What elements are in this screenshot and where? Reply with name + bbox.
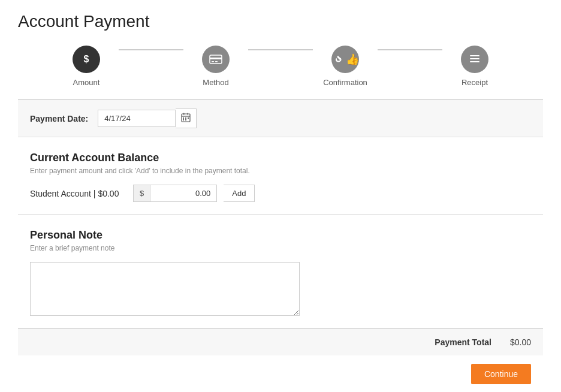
note-section-subtitle: Enter a brief payment note	[30, 244, 531, 252]
step-amount-label: Amount	[73, 78, 100, 87]
payment-total-amount: $0.00	[501, 337, 531, 347]
balance-row: Student Account | $0.00 $ Add	[30, 185, 531, 202]
amount-prefix: $	[134, 185, 150, 201]
svg-rect-5	[470, 55, 479, 56]
note-section: Personal Note Enter a brief payment note	[18, 215, 543, 328]
date-input-wrapper	[98, 108, 197, 128]
step-amount-circle: $	[73, 46, 100, 73]
calendar-icon	[181, 113, 191, 122]
amount-input-group: $	[133, 185, 217, 202]
balance-section: Current Account Balance Enter payment am…	[18, 137, 543, 215]
amount-input[interactable]	[150, 185, 216, 201]
payment-total-label: Payment Total	[435, 337, 491, 347]
payment-total-bar: Payment Total $0.00	[18, 328, 543, 355]
balance-section-subtitle: Enter payment amount and click 'Add' to …	[30, 167, 531, 175]
stepper: $ Amount Method	[18, 46, 543, 87]
step-receipt: Receipt	[442, 46, 507, 87]
svg-rect-14	[188, 117, 189, 119]
connector-2	[248, 49, 313, 50]
balance-row-label: Student Account | $0.00	[30, 189, 126, 198]
svg-rect-3	[212, 61, 214, 62]
payment-date-label: Payment Date:	[30, 114, 88, 123]
svg-rect-7	[470, 61, 479, 62]
note-section-title: Personal Note	[30, 229, 531, 242]
balance-section-title: Current Account Balance	[30, 152, 531, 164]
svg-rect-4	[215, 61, 218, 62]
step-method-circle	[202, 46, 230, 73]
footer-actions: Continue	[18, 355, 543, 392]
calendar-button[interactable]	[176, 108, 197, 128]
connector-1	[119, 49, 183, 50]
svg-rect-15	[183, 119, 184, 120]
svg-rect-12	[183, 117, 184, 119]
add-button[interactable]: Add	[224, 185, 255, 202]
page-title: Account Payment	[18, 12, 543, 31]
svg-rect-16	[185, 119, 186, 120]
svg-rect-6	[470, 58, 479, 59]
svg-rect-9	[183, 113, 185, 115]
svg-rect-2	[210, 58, 222, 59]
step-confirmation-label: Confirmation	[323, 78, 367, 87]
continue-button[interactable]: Continue	[471, 364, 531, 384]
step-confirmation-circle: 👍	[331, 46, 359, 73]
svg-rect-10	[188, 113, 189, 115]
page-container: Account Payment $ Amount Method	[0, 0, 561, 392]
payment-date-input[interactable]	[98, 110, 176, 127]
step-receipt-circle	[461, 46, 488, 73]
step-method-label: Method	[203, 78, 228, 87]
payment-date-row: Payment Date:	[18, 99, 543, 137]
svg-text:$: $	[84, 54, 89, 64]
step-method: Method	[183, 46, 248, 87]
svg-rect-13	[185, 117, 186, 119]
step-receipt-label: Receipt	[462, 78, 488, 87]
step-confirmation: 👍 Confirmation	[313, 46, 378, 87]
connector-3	[378, 49, 442, 50]
note-textarea[interactable]	[30, 262, 300, 316]
step-amount: $ Amount	[54, 46, 119, 87]
